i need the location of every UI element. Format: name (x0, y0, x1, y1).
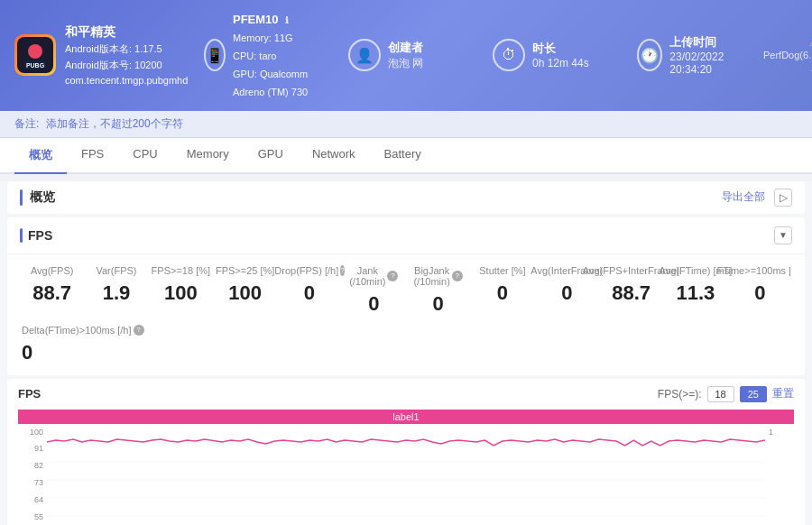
app-info: PUBG 和平精英 Android版本名: 1.17.5 Android版本号:… (14, 22, 168, 89)
watermark: ⚠ 数据由PerfDog(6.1.22012)版本收集 (763, 36, 812, 74)
fps-chart-section: FPS FPS(>=): 18 25 重置 label1 100 91 82 7… (7, 379, 805, 525)
device-memory: Memory: 11G (233, 30, 312, 48)
creator-text: 创建者 泡泡 网 (388, 40, 423, 71)
fps-chart-svg (47, 426, 765, 525)
svg-text:PUBG: PUBG (26, 62, 45, 69)
stat-var-fps: Var(FPS) 1.9 (86, 265, 146, 316)
upload-text: 上传时间 23/02/2022 20:34:20 (669, 34, 745, 76)
notes-bar: 备注: 添加备注，不超过200个字符 (0, 111, 812, 138)
tab-gpu[interactable]: GPU (244, 138, 298, 174)
overview-accent (20, 189, 23, 206)
app-details: 和平精英 Android版本名: 1.17.5 Android版本号: 1020… (65, 22, 188, 89)
chart-title: FPS (18, 387, 41, 401)
nav-tabs: 概览 FPS CPU Memory GPU Network Battery (0, 138, 812, 174)
duration-label: 时长 (532, 41, 589, 57)
tab-overview[interactable]: 概览 (14, 138, 67, 174)
tab-memory[interactable]: Memory (172, 138, 244, 174)
stat-stutter: Stutter [%] 0 (472, 265, 532, 316)
creator-icon: 👤 (348, 39, 381, 71)
chart-area: 100 91 82 73 64 55 46 37 27 18 9 (18, 426, 794, 525)
sub-stat-value: 0 (22, 341, 790, 364)
duration-text: 时长 0h 12m 44s (532, 41, 589, 69)
chart-label-bar: label1 (18, 410, 794, 424)
creator-stat: 👤 创建者 泡泡 网 (348, 39, 457, 71)
notes-placeholder: 添加备注，不超过200个字符 (46, 117, 183, 130)
fps-stats-row: Avg(FPS) 88.7 Var(FPS) 1.9 FPS>=18 [%] 1… (22, 265, 790, 316)
fps-section-header: FPS ▼ (7, 217, 805, 254)
sub-stat-label: Delta(FTime)>100ms [/h] ? (22, 325, 790, 336)
notes-label: 备注: (14, 117, 39, 130)
content: 概览 导出全部 ▷ FPS ▼ Avg(FPS) 88.7 Var(FPS) 1… (0, 181, 812, 525)
reset-btn[interactable]: 重置 (772, 386, 794, 401)
chart-controls: FPS(>=): 18 25 重置 (658, 386, 794, 402)
bigjank-info-icon[interactable]: ? (452, 271, 463, 281)
device-stat: 📱 PFEM10 ℹ Memory: 11G CPU: taro GPU: Qu… (204, 9, 312, 102)
fps-25-btn[interactable]: 25 (740, 386, 767, 402)
fps-stats-container: Avg(FPS) 88.7 Var(FPS) 1.9 FPS>=18 [%] 1… (7, 254, 805, 375)
stat-drop-fps: Drop(FPS) [/h] ? 0 (279, 265, 339, 316)
duration-value: 0h 12m 44s (532, 57, 589, 69)
stat-bigjank: BigJank(/10min) ? 0 (408, 265, 468, 316)
overview-title: 概览 (30, 189, 722, 206)
app-name: 和平精英 (65, 22, 188, 41)
upload-value: 23/02/2022 20:34:20 (669, 51, 745, 76)
stat-fps-18: FPS>=18 [%] 100 (151, 265, 211, 316)
chart-header: FPS FPS(>=): 18 25 重置 (18, 386, 794, 402)
upload-stat: 🕐 上传时间 23/02/2022 20:34:20 (637, 34, 745, 76)
export-btn[interactable]: 导出全部 (722, 189, 765, 205)
fps-accent (20, 228, 23, 243)
sub-stat-container: Delta(FTime)>100ms [/h] ? 0 (22, 325, 790, 364)
creator-value: 泡泡 网 (388, 56, 423, 71)
stat-avg-fps-interframe: Avg(FPS+InterFrame) 88.7 (601, 265, 661, 316)
stat-ftime-100ms: FTime>=100ms [%] 0 (730, 265, 790, 316)
fps-collapse-btn[interactable]: ▼ (774, 226, 792, 244)
device-info: PFEM10 ℹ Memory: 11G CPU: taro GPU: Qual… (233, 9, 312, 102)
fps-gte-label: FPS(>=): (658, 388, 702, 401)
duration-stat: ⏱ 时长 0h 12m 44s (493, 39, 601, 71)
overview-section: 概览 导出全部 ▷ (7, 181, 805, 214)
duration-icon: ⏱ (493, 39, 525, 71)
creator-label: 创建者 (388, 40, 423, 56)
android-code: Android版本号: 10200 (65, 58, 188, 74)
fps-title-container: FPS (20, 228, 52, 243)
tab-network[interactable]: Network (298, 138, 370, 174)
fps-title: FPS (28, 228, 52, 243)
overview-expand-btn[interactable]: ▷ (774, 189, 792, 207)
upload-label: 上传时间 (669, 34, 745, 51)
stat-jank: Jank(/10min) ? 0 (344, 265, 404, 316)
app-package: com.tencent.tmgp.pubgmhd (65, 73, 188, 89)
header: PUBG 和平精英 Android版本名: 1.17.5 Android版本号:… (0, 0, 812, 111)
device-name: PFEM10 ℹ (233, 9, 312, 30)
device-gpu: GPU: Qualcomm Adreno (TM) 730 (233, 66, 312, 102)
upload-icon: 🕐 (637, 39, 662, 71)
fps-18-btn[interactable]: 18 (707, 386, 734, 402)
device-cpu: CPU: taro (233, 48, 312, 66)
fps-section: FPS ▼ Avg(FPS) 88.7 Var(FPS) 1.9 FPS>=18… (7, 217, 805, 375)
delta-info-icon[interactable]: ? (134, 325, 144, 336)
y-axis-left: 100 91 82 73 64 55 46 37 27 18 9 (18, 426, 47, 525)
y-axis-right: 1 0 (765, 426, 794, 525)
stat-fps-25: FPS>=25 [%] 100 (215, 265, 275, 316)
svg-point-1 (28, 44, 42, 59)
tab-cpu[interactable]: CPU (118, 138, 171, 174)
android-version: Android版本名: 1.17.5 (65, 41, 188, 58)
tab-fps[interactable]: FPS (67, 138, 118, 174)
tab-battery[interactable]: Battery (370, 138, 436, 174)
app-icon: PUBG (14, 34, 56, 76)
device-icon: 📱 (204, 39, 226, 71)
chart-svg-container (47, 426, 765, 525)
jank-info-icon[interactable]: ? (387, 271, 398, 281)
stat-avg-fps: Avg(FPS) 88.7 (22, 265, 82, 316)
